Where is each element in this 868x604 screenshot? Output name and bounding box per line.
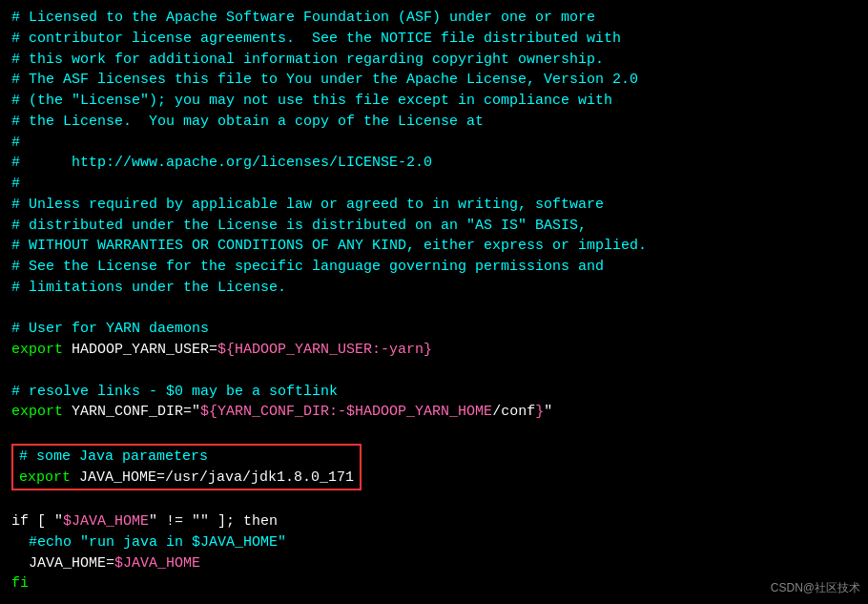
line-20: export YARN_CONF_DIR="${YARN_CONF_DIR:-$… — [11, 402, 857, 423]
line-7: # — [11, 133, 857, 154]
line-4: # The ASF licenses this file to You unde… — [11, 70, 857, 91]
line-25: if [ "$JAVA_HOME" != "" ]; then — [11, 511, 857, 532]
line-18 — [11, 361, 857, 382]
line-10: # Unless required by applicable law or a… — [11, 195, 857, 216]
code-editor: # Licensed to the Apache Software Founda… — [0, 0, 868, 604]
line-2: # contributor license agreements. See th… — [11, 29, 857, 50]
line-15 — [11, 299, 857, 320]
line-17: export HADOOP_YARN_USER=${HADOOP_YARN_US… — [11, 340, 857, 361]
line-14: # limitations under the License. — [11, 278, 857, 299]
line-24 — [11, 490, 857, 511]
line-3: # this work for additional information r… — [11, 50, 857, 71]
line-11: # distributed under the License is distr… — [11, 216, 857, 237]
line-27: JAVA_HOME=$JAVA_HOME — [11, 553, 857, 574]
line-8: # http://www.apache.org/licenses/LICENSE… — [11, 153, 857, 174]
line-5: # (the "License"); you may not use this … — [11, 91, 857, 112]
line-16: # User for YARN daemons — [11, 319, 857, 340]
watermark: CSDN@社区技术 — [771, 580, 860, 596]
line-28: fi — [11, 573, 857, 594]
highlight-box: # some Java parameters export JAVA_HOME=… — [11, 444, 362, 491]
line-13: # See the License for the specific langu… — [11, 257, 857, 278]
line-23: export JAVA_HOME=/usr/java/jdk1.8.0_171 — [19, 468, 354, 489]
line-1: # Licensed to the Apache Software Founda… — [11, 8, 857, 29]
line-21 — [11, 423, 857, 444]
line-19: # resolve links - $0 may be a softlink — [11, 382, 857, 403]
line-22: # some Java parameters — [19, 447, 354, 468]
line-9: # — [11, 174, 857, 195]
line-6: # the License. You may obtain a copy of … — [11, 112, 857, 133]
line-26: #echo "run java in $JAVA_HOME" — [11, 532, 857, 553]
line-12: # WITHOUT WARRANTIES OR CONDITIONS OF AN… — [11, 236, 857, 257]
